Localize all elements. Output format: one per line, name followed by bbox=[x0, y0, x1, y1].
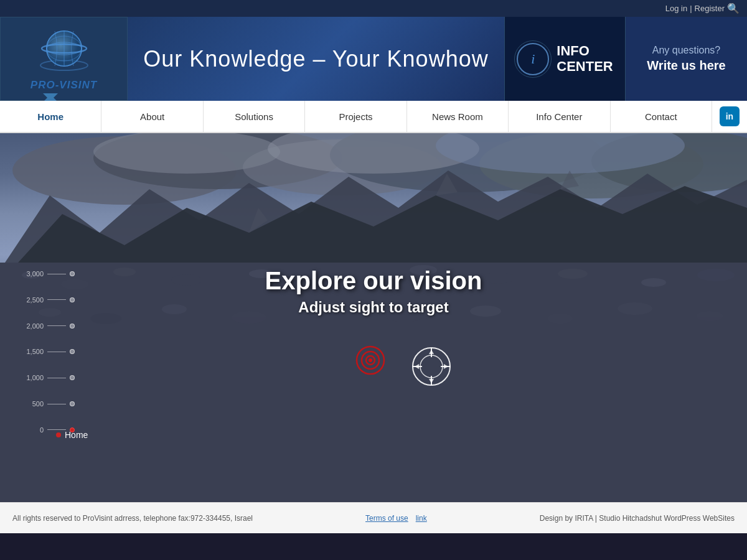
svg-marker-54 bbox=[429, 379, 434, 383]
nav-bar: Home About Solutions Projects News Room … bbox=[0, 101, 747, 133]
login-link[interactable]: Log in bbox=[665, 4, 687, 13]
hero-title: Explore our vision bbox=[0, 267, 747, 295]
nav-contact[interactable]: Contact bbox=[611, 101, 712, 132]
nav-infocenter[interactable]: Info Center bbox=[509, 101, 610, 132]
logo-area[interactable]: PRO-VISINT bbox=[0, 17, 128, 101]
footer-links: Terms of use link bbox=[365, 514, 427, 523]
header: PRO-VISINT Our Knowledge – Your Knowhow … bbox=[0, 17, 747, 101]
footer-copyright: All rights reserved to ProVisint adrress… bbox=[12, 514, 253, 523]
search-button[interactable]: 🔍 bbox=[727, 2, 740, 14]
logo-globe bbox=[39, 27, 89, 77]
target-white bbox=[410, 345, 453, 388]
nav-solutions[interactable]: Solutions bbox=[204, 101, 305, 132]
scale-500: 500 bbox=[24, 400, 75, 408]
svg-marker-20 bbox=[560, 170, 579, 189]
footer-link[interactable]: link bbox=[416, 514, 427, 523]
breadcrumb-dot bbox=[56, 432, 61, 437]
svg-point-48 bbox=[420, 355, 443, 378]
svg-marker-55 bbox=[415, 364, 419, 369]
target-red bbox=[355, 345, 386, 376]
footer: All rights reserved to ProVisint adrress… bbox=[0, 502, 747, 533]
contact-box[interactable]: Any questions? Write us here bbox=[626, 17, 747, 101]
tagline-text: Our Knowledge – Your Knowhow bbox=[143, 46, 488, 72]
breadcrumb-home[interactable]: Home bbox=[56, 430, 88, 440]
hero-text: Explore our vision Adjust sight to targe… bbox=[0, 267, 747, 316]
svg-marker-56 bbox=[444, 364, 448, 369]
contact-cta: Write us here bbox=[647, 58, 725, 73]
top-bar: Log in | Register 🔍 bbox=[0, 0, 747, 17]
info-icon bbox=[517, 43, 549, 75]
scale-1000: 1,000 bbox=[24, 374, 75, 381]
terms-link[interactable]: Terms of use bbox=[365, 514, 408, 523]
scale-2000: 2,000 bbox=[24, 322, 75, 330]
footer-design: Design by IRITA | Studio Hitchadshut Wor… bbox=[540, 514, 735, 523]
breadcrumb-label: Home bbox=[65, 430, 88, 440]
linkedin-icon: in bbox=[720, 106, 740, 126]
svg-point-46 bbox=[369, 358, 372, 362]
register-link[interactable]: Register bbox=[695, 4, 725, 13]
info-center-label: INFOCENTER bbox=[557, 44, 613, 73]
hero-section: 3,000 2,500 2,000 1,500 1,000 500 bbox=[0, 133, 747, 502]
hero-mountains bbox=[0, 158, 747, 270]
nav-projects[interactable]: Projects bbox=[305, 101, 406, 132]
linkedin-button[interactable]: in bbox=[712, 101, 747, 132]
nav-home[interactable]: Home bbox=[0, 101, 101, 132]
contact-question: Any questions? bbox=[652, 45, 720, 56]
nav-newsroom[interactable]: News Room bbox=[407, 101, 509, 132]
info-center-box[interactable]: INFOCENTER bbox=[504, 17, 626, 101]
tagline-area: Our Knowledge – Your Knowhow bbox=[128, 17, 504, 101]
separator: | bbox=[690, 4, 692, 13]
scale-1500: 1,500 bbox=[24, 348, 75, 355]
logo-text: PRO-VISINT bbox=[31, 79, 97, 91]
svg-marker-53 bbox=[429, 350, 434, 354]
hero-subtitle: Adjust sight to target bbox=[0, 299, 747, 316]
nav-about[interactable]: About bbox=[101, 101, 203, 132]
